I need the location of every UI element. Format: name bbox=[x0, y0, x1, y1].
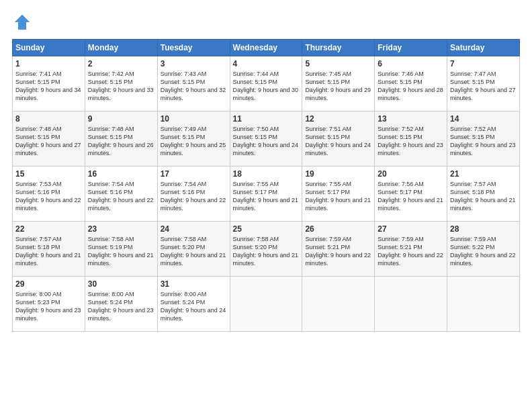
calendar-day-cell: 28Sunrise: 7:59 AMSunset: 5:22 PMDayligh… bbox=[447, 222, 520, 277]
weekday-header: Wednesday bbox=[230, 40, 302, 56]
calendar-day-cell: 31Sunrise: 8:00 AMSunset: 5:24 PMDayligh… bbox=[157, 277, 230, 332]
calendar-day-cell bbox=[302, 277, 375, 332]
calendar-day-cell: 17Sunrise: 7:54 AMSunset: 5:16 PMDayligh… bbox=[157, 167, 230, 222]
calendar-week-row: 1Sunrise: 7:41 AMSunset: 5:15 PMDaylight… bbox=[13, 56, 520, 111]
day-info: Sunrise: 7:58 AMSunset: 5:19 PMDaylight:… bbox=[88, 235, 154, 268]
day-number: 9 bbox=[88, 114, 154, 124]
day-info: Sunrise: 8:00 AMSunset: 5:24 PMDaylight:… bbox=[161, 290, 227, 323]
weekday-header-row: SundayMondayTuesdayWednesdayThursdayFrid… bbox=[13, 40, 520, 56]
day-info: Sunrise: 7:43 AMSunset: 5:15 PMDaylight:… bbox=[161, 70, 227, 103]
calendar-day-cell: 22Sunrise: 7:57 AMSunset: 5:18 PMDayligh… bbox=[13, 222, 85, 277]
day-info: Sunrise: 7:58 AMSunset: 5:20 PMDaylight:… bbox=[161, 235, 227, 268]
day-number: 7 bbox=[450, 59, 517, 68]
calendar-week-row: 15Sunrise: 7:53 AMSunset: 5:16 PMDayligh… bbox=[13, 167, 520, 222]
day-number: 29 bbox=[15, 279, 82, 289]
page: SundayMondayTuesdayWednesdayThursdayFrid… bbox=[0, 0, 532, 411]
logo-icon bbox=[12, 12, 32, 32]
day-number: 26 bbox=[305, 224, 371, 234]
day-info: Sunrise: 7:59 AMSunset: 5:22 PMDaylight:… bbox=[450, 235, 517, 268]
day-info: Sunrise: 7:57 AMSunset: 5:18 PMDaylight:… bbox=[15, 235, 82, 268]
day-number: 28 bbox=[450, 224, 517, 234]
day-info: Sunrise: 7:49 AMSunset: 5:15 PMDaylight:… bbox=[161, 125, 227, 158]
calendar-day-cell: 6Sunrise: 7:46 AMSunset: 5:15 PMDaylight… bbox=[375, 56, 447, 111]
calendar-day-cell: 11Sunrise: 7:50 AMSunset: 5:15 PMDayligh… bbox=[230, 111, 302, 167]
day-number: 14 bbox=[450, 114, 517, 124]
day-info: Sunrise: 7:56 AMSunset: 5:17 PMDaylight:… bbox=[378, 180, 444, 213]
calendar-day-cell: 12Sunrise: 7:51 AMSunset: 5:15 PMDayligh… bbox=[302, 111, 375, 167]
calendar-day-cell: 19Sunrise: 7:55 AMSunset: 5:17 PMDayligh… bbox=[302, 167, 375, 222]
day-number: 19 bbox=[305, 169, 371, 179]
calendar-day-cell: 14Sunrise: 7:52 AMSunset: 5:15 PMDayligh… bbox=[447, 111, 520, 167]
day-info: Sunrise: 7:54 AMSunset: 5:16 PMDaylight:… bbox=[161, 180, 227, 213]
day-info: Sunrise: 7:53 AMSunset: 5:16 PMDaylight:… bbox=[15, 180, 82, 213]
day-info: Sunrise: 7:55 AMSunset: 5:17 PMDaylight:… bbox=[233, 180, 300, 213]
day-number: 10 bbox=[161, 114, 227, 124]
day-number: 5 bbox=[305, 59, 371, 68]
calendar-day-cell: 18Sunrise: 7:55 AMSunset: 5:17 PMDayligh… bbox=[230, 167, 302, 222]
day-info: Sunrise: 7:58 AMSunset: 5:20 PMDaylight:… bbox=[233, 235, 300, 268]
day-info: Sunrise: 7:41 AMSunset: 5:15 PMDaylight:… bbox=[15, 70, 82, 103]
header bbox=[12, 12, 520, 32]
day-info: Sunrise: 7:46 AMSunset: 5:15 PMDaylight:… bbox=[378, 70, 444, 103]
calendar-week-row: 29Sunrise: 8:00 AMSunset: 5:23 PMDayligh… bbox=[13, 277, 520, 332]
calendar-day-cell: 26Sunrise: 7:59 AMSunset: 5:21 PMDayligh… bbox=[302, 222, 375, 277]
calendar-day-cell: 4Sunrise: 7:44 AMSunset: 5:15 PMDaylight… bbox=[230, 56, 302, 111]
day-number: 12 bbox=[305, 114, 371, 124]
calendar-day-cell: 1Sunrise: 7:41 AMSunset: 5:15 PMDaylight… bbox=[13, 56, 85, 111]
calendar-day-cell: 10Sunrise: 7:49 AMSunset: 5:15 PMDayligh… bbox=[157, 111, 230, 167]
svg-marker-0 bbox=[15, 15, 30, 30]
logo bbox=[12, 12, 36, 32]
day-number: 4 bbox=[233, 59, 300, 68]
calendar-day-cell: 9Sunrise: 7:48 AMSunset: 5:15 PMDaylight… bbox=[85, 111, 157, 167]
calendar-day-cell: 5Sunrise: 7:45 AMSunset: 5:15 PMDaylight… bbox=[302, 56, 375, 111]
day-info: Sunrise: 7:51 AMSunset: 5:15 PMDaylight:… bbox=[305, 125, 371, 158]
calendar-day-cell bbox=[230, 277, 302, 332]
day-number: 22 bbox=[15, 224, 82, 234]
day-info: Sunrise: 7:50 AMSunset: 5:15 PMDaylight:… bbox=[233, 125, 300, 158]
weekday-header: Sunday bbox=[13, 40, 85, 56]
calendar-day-cell: 2Sunrise: 7:42 AMSunset: 5:15 PMDaylight… bbox=[85, 56, 157, 111]
calendar-day-cell: 21Sunrise: 7:57 AMSunset: 5:18 PMDayligh… bbox=[447, 167, 520, 222]
weekday-header: Monday bbox=[85, 40, 157, 56]
day-number: 25 bbox=[233, 224, 300, 234]
calendar-day-cell: 23Sunrise: 7:58 AMSunset: 5:19 PMDayligh… bbox=[85, 222, 157, 277]
calendar-day-cell: 8Sunrise: 7:48 AMSunset: 5:15 PMDaylight… bbox=[13, 111, 85, 167]
day-number: 16 bbox=[88, 169, 154, 179]
calendar-day-cell: 30Sunrise: 8:00 AMSunset: 5:24 PMDayligh… bbox=[85, 277, 157, 332]
day-number: 3 bbox=[161, 59, 227, 68]
day-info: Sunrise: 7:42 AMSunset: 5:15 PMDaylight:… bbox=[88, 70, 154, 103]
calendar-week-row: 22Sunrise: 7:57 AMSunset: 5:18 PMDayligh… bbox=[13, 222, 520, 277]
calendar-day-cell: 29Sunrise: 8:00 AMSunset: 5:23 PMDayligh… bbox=[13, 277, 85, 332]
day-number: 2 bbox=[88, 59, 154, 68]
day-number: 18 bbox=[233, 169, 300, 179]
day-info: Sunrise: 7:45 AMSunset: 5:15 PMDaylight:… bbox=[305, 70, 371, 103]
day-number: 31 bbox=[161, 279, 227, 289]
day-number: 8 bbox=[15, 114, 82, 124]
day-number: 13 bbox=[378, 114, 444, 124]
day-number: 24 bbox=[161, 224, 227, 234]
day-info: Sunrise: 7:48 AMSunset: 5:15 PMDaylight:… bbox=[88, 125, 154, 158]
calendar-day-cell bbox=[375, 277, 447, 332]
day-number: 1 bbox=[15, 59, 82, 68]
day-info: Sunrise: 7:54 AMSunset: 5:16 PMDaylight:… bbox=[88, 180, 154, 213]
day-info: Sunrise: 7:59 AMSunset: 5:21 PMDaylight:… bbox=[378, 235, 444, 268]
day-info: Sunrise: 7:44 AMSunset: 5:15 PMDaylight:… bbox=[233, 70, 300, 103]
day-number: 15 bbox=[15, 169, 82, 179]
calendar-day-cell: 7Sunrise: 7:47 AMSunset: 5:15 PMDaylight… bbox=[447, 56, 520, 111]
day-number: 11 bbox=[233, 114, 300, 124]
calendar-day-cell bbox=[447, 277, 520, 332]
calendar-week-row: 8Sunrise: 7:48 AMSunset: 5:15 PMDaylight… bbox=[13, 111, 520, 167]
weekday-header: Saturday bbox=[447, 40, 520, 56]
day-number: 23 bbox=[88, 224, 154, 234]
calendar-day-cell: 25Sunrise: 7:58 AMSunset: 5:20 PMDayligh… bbox=[230, 222, 302, 277]
day-number: 21 bbox=[450, 169, 517, 179]
calendar-day-cell: 3Sunrise: 7:43 AMSunset: 5:15 PMDaylight… bbox=[157, 56, 230, 111]
day-info: Sunrise: 7:55 AMSunset: 5:17 PMDaylight:… bbox=[305, 180, 371, 213]
day-info: Sunrise: 7:52 AMSunset: 5:15 PMDaylight:… bbox=[378, 125, 444, 158]
calendar-day-cell: 27Sunrise: 7:59 AMSunset: 5:21 PMDayligh… bbox=[375, 222, 447, 277]
day-info: Sunrise: 7:52 AMSunset: 5:15 PMDaylight:… bbox=[450, 125, 517, 158]
day-info: Sunrise: 7:47 AMSunset: 5:15 PMDaylight:… bbox=[450, 70, 517, 103]
calendar-table: SundayMondayTuesdayWednesdayThursdayFrid… bbox=[12, 39, 520, 332]
calendar-day-cell: 20Sunrise: 7:56 AMSunset: 5:17 PMDayligh… bbox=[375, 167, 447, 222]
calendar-day-cell: 16Sunrise: 7:54 AMSunset: 5:16 PMDayligh… bbox=[85, 167, 157, 222]
